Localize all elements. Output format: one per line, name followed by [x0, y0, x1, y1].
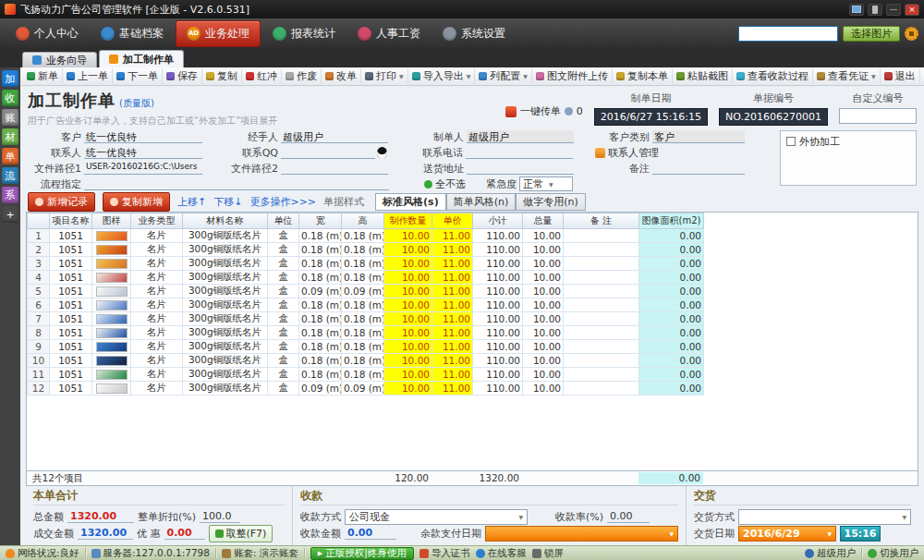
cell-note[interactable]	[564, 271, 639, 285]
cell-material[interactable]: 300g铜版纸名片	[183, 243, 268, 257]
sidebar-item-流[interactable]: 流	[2, 167, 18, 184]
table-row[interactable]: 11051名片300g铜版纸名片盒0.18 (m)0.18 (m)10.0011…	[28, 229, 704, 243]
cell-price[interactable]: 11.00	[432, 326, 473, 340]
thumbnail-cell[interactable]	[92, 285, 131, 298]
cell-h[interactable]: 0.18 (m)	[342, 326, 384, 340]
item-thumbnail[interactable]	[96, 286, 128, 297]
cell-subtotal[interactable]: 110.00	[473, 243, 523, 257]
cell-price[interactable]: 11.00	[432, 243, 473, 257]
cell-unit[interactable]: 盒	[268, 298, 299, 312]
cell-qty[interactable]: 10.00	[384, 229, 432, 243]
cell-subtotal[interactable]: 110.00	[473, 312, 523, 326]
calculator-icon[interactable]	[849, 4, 864, 16]
column-header-项目名称[interactable]: 项目名称	[50, 213, 92, 229]
grid-empty-area[interactable]	[27, 396, 918, 470]
cell-total[interactable]: 10.00	[523, 354, 564, 368]
thumbnail-cell[interactable]	[92, 326, 131, 340]
cell-note[interactable]	[564, 243, 639, 257]
tab-业务向导[interactable]: 业务向导	[22, 52, 97, 67]
table-row[interactable]: 111051名片300g铜版纸名片盒0.18 (m)0.18 (m)10.001…	[28, 368, 704, 382]
toolbar-button-作废[interactable]: 作废	[282, 68, 322, 84]
note-field[interactable]	[652, 162, 745, 175]
menu-item-业务处理[interactable]: AD业务处理	[176, 20, 261, 47]
cell-w[interactable]: 0.09 (m)	[299, 285, 342, 298]
cell-name[interactable]: 1051	[50, 340, 92, 354]
toolbar-button-查看凭证[interactable]: 查看凭证▼	[813, 68, 881, 84]
cell-total[interactable]: 10.00	[523, 257, 564, 271]
cell-price[interactable]: 11.00	[432, 285, 473, 298]
column-header-单价[interactable]: 单价	[432, 213, 473, 229]
sidebar-item-单[interactable]: 单	[2, 148, 18, 164]
cell-subtotal[interactable]: 110.00	[473, 368, 523, 382]
cell-subtotal[interactable]: 110.00	[473, 298, 523, 312]
column-header-小计[interactable]: 小计	[473, 213, 523, 229]
cell-name[interactable]: 1051	[50, 285, 92, 298]
column-header-高[interactable]: 高	[342, 213, 384, 229]
cell-name[interactable]: 1051	[50, 312, 92, 326]
cell-area[interactable]: 0.00	[639, 368, 704, 382]
table-row[interactable]: 121051名片300g铜版纸名片盒0.09 (m)0.09 (m)10.001…	[28, 382, 704, 396]
cell-note[interactable]	[564, 368, 639, 382]
cell-h[interactable]: 0.18 (m)	[342, 312, 384, 326]
thumbnail-cell[interactable]	[92, 382, 131, 396]
cell-h[interactable]: 0.18 (m)	[342, 257, 384, 271]
table-row[interactable]: 81051名片300g铜版纸名片盒0.18 (m)0.18 (m)10.0011…	[28, 326, 704, 340]
delivery-method-select[interactable]: ▼	[738, 509, 911, 525]
sidebar-item-收[interactable]: 收	[2, 90, 18, 106]
cell-price[interactable]: 11.00	[432, 257, 473, 271]
cell-area[interactable]: 0.00	[639, 257, 704, 271]
cell-material[interactable]: 300g铜版纸名片	[183, 368, 268, 382]
column-header-rowno[interactable]	[28, 213, 50, 229]
column-header-材料名称[interactable]: 材料名称	[183, 213, 268, 229]
cell-note[interactable]	[564, 312, 639, 326]
cell-total[interactable]: 10.00	[523, 340, 564, 354]
sidebar-item-系[interactable]: 系	[2, 187, 18, 203]
cell-note[interactable]	[564, 285, 639, 298]
cell-material[interactable]: 300g铜版纸名片	[183, 340, 268, 354]
cell-type[interactable]: 名片	[131, 340, 183, 354]
cell-subtotal[interactable]: 110.00	[473, 326, 523, 340]
cell-type[interactable]: 名片	[131, 326, 183, 340]
cell-note[interactable]	[564, 340, 639, 354]
cell-unit[interactable]: 盒	[268, 312, 299, 326]
cell-w[interactable]: 0.18 (m)	[299, 354, 342, 368]
cell-area[interactable]: 0.00	[639, 271, 704, 285]
move-down-link[interactable]: 下移↓	[213, 195, 242, 209]
cell-total[interactable]: 10.00	[523, 382, 564, 396]
online-service-button[interactable]: 在线客服	[476, 547, 527, 560]
cell-total[interactable]: 10.00	[523, 243, 564, 257]
item-thumbnail[interactable]	[96, 328, 128, 338]
toolbar-button-复制本单[interactable]: 复制本单	[613, 68, 673, 84]
cell-unit[interactable]: 盒	[268, 243, 299, 257]
cell-h[interactable]: 0.09 (m)	[342, 382, 384, 396]
cell-h[interactable]: 0.18 (m)	[342, 243, 384, 257]
menu-item-个人中心[interactable]: 个人中心	[6, 21, 89, 46]
thumbnail-cell[interactable]	[92, 354, 131, 368]
column-header-宽[interactable]: 宽	[299, 213, 342, 229]
cell-unit[interactable]: 盒	[268, 257, 299, 271]
column-header-总量[interactable]: 总量	[523, 213, 564, 229]
cell-area[interactable]: 0.00	[639, 243, 704, 257]
cell-unit[interactable]: 盒	[268, 229, 299, 243]
table-row[interactable]: 91051名片300g铜版纸名片盒0.18 (m)0.18 (m)10.0011…	[28, 340, 704, 354]
cell-area[interactable]: 0.00	[639, 229, 704, 243]
toolbar-button-下一单[interactable]: 下一单	[113, 68, 163, 84]
table-row[interactable]: 51051名片300g铜版纸名片盒0.09 (m)0.09 (m)10.0011…	[28, 285, 704, 298]
cell-area[interactable]: 0.00	[639, 285, 704, 298]
cell-w[interactable]: 0.18 (m)	[299, 298, 342, 312]
cell-total[interactable]: 10.00	[523, 271, 564, 285]
sidebar-item-账[interactable]: 账	[2, 109, 18, 126]
cell-area[interactable]: 0.00	[639, 340, 704, 354]
menu-item-报表统计[interactable]: 报表统计	[262, 21, 346, 46]
cell-material[interactable]: 300g铜版纸名片	[183, 312, 268, 326]
cell-unit[interactable]: 盒	[268, 340, 299, 354]
close-button[interactable]: ×	[905, 4, 919, 16]
cell-unit[interactable]: 盒	[268, 285, 299, 298]
cell-price[interactable]: 11.00	[432, 368, 473, 382]
toolbar-button-新单[interactable]: 新单	[23, 68, 63, 84]
cell-area[interactable]: 0.00	[639, 312, 704, 326]
toolbar-button-复制[interactable]: 复制	[202, 68, 242, 84]
cell-note[interactable]	[564, 298, 639, 312]
cell-subtotal[interactable]: 110.00	[473, 271, 523, 285]
cell-w[interactable]: 0.18 (m)	[299, 340, 342, 354]
